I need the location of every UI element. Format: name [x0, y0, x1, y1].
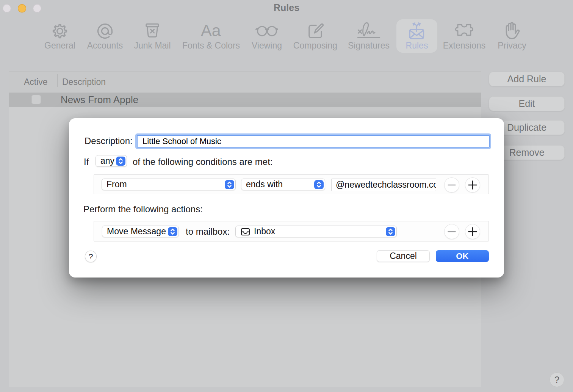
svg-text:Aa: Aa [201, 21, 221, 39]
